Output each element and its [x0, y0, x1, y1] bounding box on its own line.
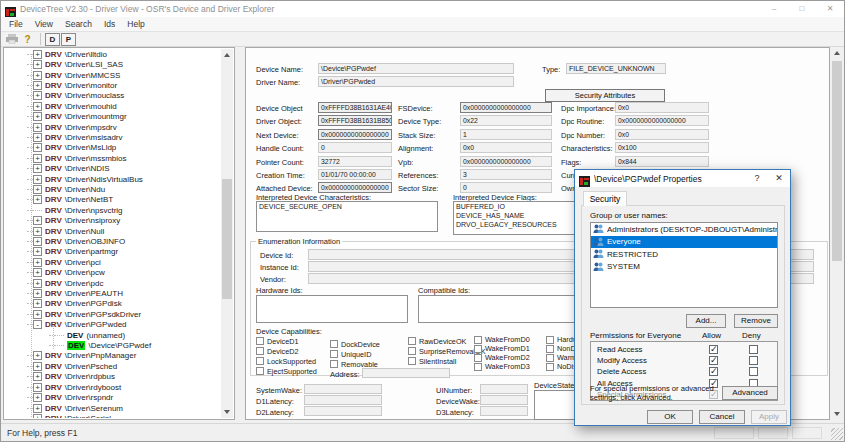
- tree-expand-box[interactable]: +: [33, 247, 42, 256]
- tree-expand-box[interactable]: -: [33, 320, 42, 329]
- checkbox[interactable]: [546, 336, 554, 344]
- menu-item[interactable]: Ids: [98, 17, 121, 31]
- field-value[interactable]: 0x22: [460, 115, 552, 126]
- tree-row[interactable]: + DRV \Driver\NetBT: [5, 195, 221, 205]
- checkbox[interactable]: [546, 363, 554, 371]
- tree-item-label[interactable]: \Driver\OBJINFO: [65, 237, 125, 246]
- field-value[interactable]: 0x0000000000000000: [615, 115, 709, 126]
- help-button[interactable]: ?: [20, 33, 35, 46]
- tree-item-label[interactable]: \Driver\Ndu: [65, 185, 105, 194]
- tree-row[interactable]: + DRV \Driver\mssmbios: [5, 153, 221, 163]
- capability-checkbox-row[interactable]: WakeFromD0: [474, 335, 530, 344]
- deny-checkbox[interactable]: [749, 356, 758, 365]
- tree-expand-box[interactable]: +: [33, 143, 42, 152]
- tree-item-label[interactable]: \Driver\Psched: [65, 362, 117, 371]
- user-row[interactable]: Everyone: [591, 236, 777, 249]
- field-value[interactable]: 0xFFFFD38B1631AE40: [318, 102, 392, 113]
- capability-checkbox-row[interactable]: DeviceD2: [256, 346, 317, 356]
- tree-expand-box[interactable]: +: [33, 195, 42, 204]
- tree-item-label[interactable]: \Driver\MMCSS: [65, 71, 121, 80]
- tree-row[interactable]: + DRV \Driver\Serenum: [5, 403, 221, 413]
- tree-row[interactable]: + DRV \Driver\pdc: [5, 278, 221, 288]
- maximize-button[interactable]: □: [788, 1, 816, 17]
- tree-expand-box[interactable]: +: [33, 102, 42, 111]
- tree-row[interactable]: + DRV \Driver\MMCSS: [5, 70, 221, 80]
- tree-expand-box[interactable]: +: [33, 50, 42, 59]
- checkbox[interactable]: [474, 336, 482, 344]
- tree-expand-box[interactable]: +: [33, 91, 42, 100]
- checkbox[interactable]: [330, 350, 338, 358]
- tree-scrollbar[interactable]: [221, 49, 233, 418]
- tree-item-label[interactable]: \Driver\MsLldp: [65, 143, 117, 152]
- tree-expand-box[interactable]: +: [33, 383, 42, 392]
- hardware-ids-list[interactable]: [256, 295, 408, 323]
- field-value[interactable]: 3: [460, 169, 552, 180]
- tree-expand-box[interactable]: +: [33, 404, 42, 413]
- tree-row[interactable]: + DRV \Driver\nsiproxy: [5, 216, 221, 226]
- tree-row[interactable]: + DRV \Driver\NdisVirtualBus: [5, 174, 221, 184]
- field-value[interactable]: 0x0000000000000000: [318, 182, 392, 193]
- security-attributes-button[interactable]: Security Attributes: [545, 89, 665, 102]
- tree-expand-box[interactable]: +: [33, 227, 42, 236]
- capability-checkbox-row[interactable]: LockSupported: [256, 356, 317, 366]
- field-value[interactable]: 01/01/70 00:00:00: [318, 169, 392, 180]
- tree-row[interactable]: + DRV \Driver\PnpManager: [5, 351, 221, 361]
- tree-item-label[interactable]: \Driver\NetBT: [65, 195, 113, 204]
- apply-button[interactable]: Apply: [751, 410, 787, 424]
- allow-checkbox[interactable]: [709, 356, 718, 365]
- checkbox[interactable]: [408, 337, 416, 345]
- tree-item-label[interactable]: \Driver\LSI_SAS: [65, 60, 123, 69]
- tree-item-label[interactable]: \Driver\npsvctrig: [65, 206, 123, 215]
- scroll-down-icon[interactable]: [834, 412, 840, 416]
- tree-row[interactable]: + DRV \Driver\OBJINFO: [5, 236, 221, 246]
- menu-item[interactable]: Search: [59, 17, 98, 31]
- field-value[interactable]: 0x0: [460, 142, 552, 153]
- tree-expand-box[interactable]: +: [33, 310, 42, 319]
- dialog-help-button[interactable]: ?: [746, 170, 768, 187]
- checkbox[interactable]: [546, 354, 554, 362]
- checkbox[interactable]: [256, 367, 264, 375]
- field-value[interactable]: 0x100: [615, 142, 709, 153]
- tree-expand-box[interactable]: +: [33, 268, 42, 277]
- checkbox[interactable]: [474, 363, 482, 371]
- field-value[interactable]: 0xFFFFD38B1631B850: [318, 115, 392, 126]
- tree-expand-box[interactable]: +: [33, 289, 42, 298]
- scroll-down-icon[interactable]: [224, 410, 230, 414]
- tree-row[interactable]: + DRV \Driver\MsLldp: [5, 143, 221, 153]
- tree-expand-box[interactable]: +: [33, 372, 42, 381]
- checkbox[interactable]: [256, 337, 264, 345]
- tree-expand-box[interactable]: +: [33, 393, 42, 402]
- close-button[interactable]: ✕: [816, 1, 844, 17]
- field-value[interactable]: 1: [460, 129, 552, 140]
- checkbox[interactable]: [408, 347, 416, 355]
- tree-row[interactable]: + DRV \Driver\Ndu: [5, 184, 221, 194]
- capability-checkbox-row[interactable]: UniqueID: [330, 349, 380, 359]
- tree-item-label[interactable]: \Driver\Serial: [65, 414, 111, 418]
- tree-item-label[interactable]: \Driver\PnpManager: [65, 351, 137, 360]
- tree-expand-box[interactable]: [55, 345, 64, 346]
- tree-row[interactable]: DEV \Device\PGPwdef: [5, 340, 221, 350]
- tree-row[interactable]: DRV \Driver\npsvctrig: [5, 205, 221, 215]
- tree-expand-box[interactable]: +: [33, 299, 42, 308]
- tree-item-label[interactable]: \Driver\PGPwded: [65, 320, 127, 329]
- checkbox[interactable]: [256, 357, 264, 365]
- field-value[interactable]: 0x0: [615, 129, 709, 140]
- deny-checkbox[interactable]: [749, 367, 758, 376]
- tree-item-label[interactable]: \Driver\Serenum: [65, 404, 123, 413]
- tree-row[interactable]: + DRV \Driver\pcw: [5, 268, 221, 278]
- tree-item-label[interactable]: \Driver\pdc: [65, 279, 104, 288]
- detail-scrollbar[interactable]: [831, 47, 843, 420]
- tree-item-label[interactable]: \Driver\rdpbus: [65, 372, 115, 381]
- ok-button[interactable]: OK: [647, 410, 693, 424]
- checkbox[interactable]: [474, 345, 482, 353]
- tree-row[interactable]: + DRV \Driver\rdpbus: [5, 372, 221, 382]
- tree-item-label[interactable]: \Driver\NDIS: [65, 164, 110, 173]
- field-value[interactable]: 0x0: [615, 102, 709, 113]
- tree-row[interactable]: + DRV \Driver\Psched: [5, 361, 221, 371]
- tree-row[interactable]: + DRV \Driver\lltdio: [5, 49, 221, 59]
- tree-expand-box[interactable]: +: [33, 414, 42, 418]
- menu-item[interactable]: View: [29, 17, 59, 31]
- tree-expand-box[interactable]: [33, 210, 42, 211]
- tree-item-label[interactable]: \Driver\rdyboost: [65, 383, 121, 392]
- tree-row[interactable]: + DRV \Driver\mouhid: [5, 101, 221, 111]
